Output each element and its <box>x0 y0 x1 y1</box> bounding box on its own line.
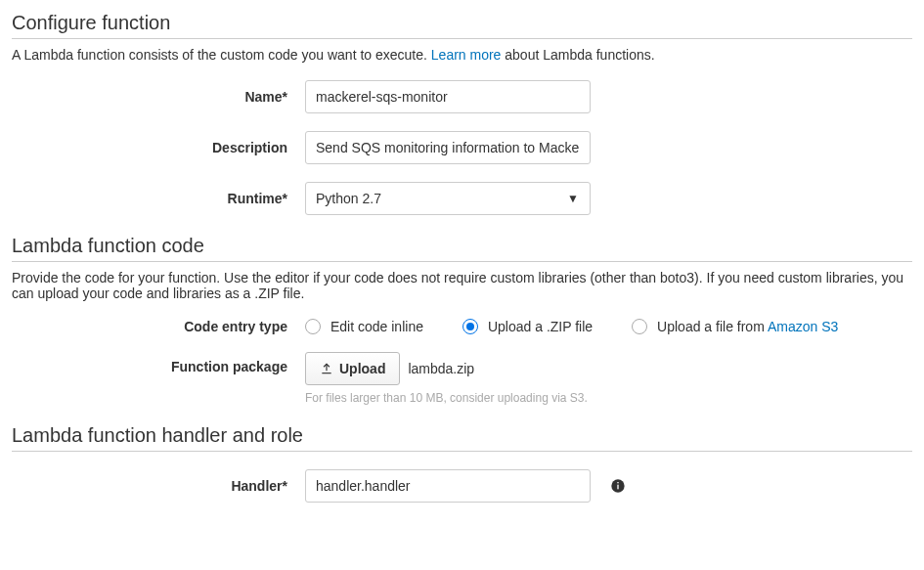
section-desc-code: Provide the code for your function. Use … <box>12 270 912 301</box>
radio-label-zip: Upload a .ZIP file <box>488 319 593 334</box>
section-title-handler: Lambda function handler and role <box>12 424 912 447</box>
radio-edit-inline[interactable]: Edit code inline <box>305 319 423 334</box>
row-description: Description <box>12 131 912 164</box>
radio-upload-s3[interactable]: Upload a file from Amazon S3 <box>632 319 838 334</box>
label-name: Name* <box>12 89 305 105</box>
radio-label-s3: Upload a file from Amazon S3 <box>657 319 838 334</box>
package-hint: For files larger than 10 MB, consider up… <box>305 391 588 405</box>
handler-input[interactable] <box>305 469 591 503</box>
desc-text: A Lambda function consists of the custom… <box>12 47 431 63</box>
info-icon[interactable] <box>610 478 626 494</box>
code-entry-radio-group: Edit code inline Upload a .ZIP file Uplo… <box>305 319 838 334</box>
radio-icon <box>462 319 478 334</box>
row-code-entry: Code entry type Edit code inline Upload … <box>12 319 912 334</box>
divider <box>12 451 912 452</box>
learn-more-link[interactable]: Learn more <box>431 47 502 63</box>
section-code: Lambda function code Provide the code fo… <box>12 235 912 405</box>
radio-icon <box>632 319 647 334</box>
radio-icon <box>305 319 321 334</box>
label-description: Description <box>12 140 305 155</box>
upload-button-label: Upload <box>339 361 385 376</box>
runtime-select[interactable]: Python 2.7 ▼ <box>305 182 591 215</box>
label-runtime: Runtime* <box>12 191 305 206</box>
divider <box>12 261 912 262</box>
radio-upload-zip[interactable]: Upload a .ZIP file <box>462 319 593 334</box>
package-filename: lambda.zip <box>408 361 474 376</box>
amazon-s3-link[interactable]: Amazon S3 <box>768 319 838 334</box>
section-title-configure: Configure function <box>12 12 912 34</box>
section-handler: Lambda function handler and role Handler… <box>12 424 912 503</box>
upload-icon <box>320 362 333 375</box>
radio-label-inline: Edit code inline <box>330 319 423 334</box>
label-code-entry: Code entry type <box>12 319 305 334</box>
section-desc-configure: A Lambda function consists of the custom… <box>12 47 912 63</box>
section-title-code: Lambda function code <box>12 235 912 257</box>
label-package: Function package <box>12 352 305 374</box>
svg-rect-2 <box>617 482 618 483</box>
row-runtime: Runtime* Python 2.7 ▼ <box>12 182 912 215</box>
row-package: Function package Upload lambda.zip For f… <box>12 352 912 405</box>
name-input[interactable] <box>305 80 591 113</box>
row-name: Name* <box>12 80 912 113</box>
section-configure: Configure function A Lambda function con… <box>12 12 912 215</box>
description-input[interactable] <box>305 131 591 164</box>
row-handler: Handler* <box>12 469 912 503</box>
label-handler: Handler* <box>12 478 305 494</box>
runtime-value: Python 2.7 <box>305 182 591 215</box>
divider <box>12 38 912 39</box>
upload-button[interactable]: Upload <box>305 352 400 385</box>
desc-text-post: about Lambda functions. <box>501 47 654 63</box>
svg-rect-1 <box>617 485 618 490</box>
